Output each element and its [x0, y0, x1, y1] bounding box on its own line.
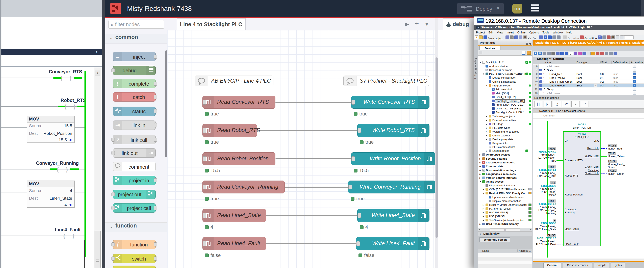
network-header[interactable]: ▼ Network 1: Line 4 Stacklight Control — [533, 108, 644, 113]
go-online-plug-icon[interactable]: ⌁ — [563, 35, 567, 39]
tree-item[interactable]: ▶PC internal [Local] — [478, 207, 532, 211]
node-input-port[interactable] — [348, 185, 352, 189]
folder-sync-icon[interactable] — [527, 51, 531, 55]
tag-toolbar-icon-11[interactable] — [582, 52, 586, 55]
node-output-port[interactable] — [203, 100, 206, 105]
palette-node-link call[interactable]: ↗link call — [113, 135, 156, 144]
accessible-checkbox[interactable] — [633, 65, 636, 68]
tree-expander-icon[interactable]: ▶ — [486, 135, 487, 137]
breadcrumb-item[interactable]: Stacklight_PLC — [535, 41, 556, 44]
tree-expander-icon[interactable]: ▶ — [483, 212, 484, 214]
tree-expander-icon[interactable]: ▶ — [483, 208, 484, 210]
palette-search-input[interactable]: ⌕filter nodes — [108, 20, 164, 29]
lad-instruction-button-4[interactable]: → — [572, 101, 580, 107]
node-output-port[interactable] — [154, 138, 157, 142]
palette-node-project in[interactable]: project in — [113, 176, 156, 185]
tree-item[interactable]: ▶Security settings — [478, 157, 532, 161]
menu-tools[interactable]: Tools — [542, 30, 549, 35]
node-output-port[interactable] — [203, 241, 206, 246]
tree-expander-icon[interactable]: ▶ — [486, 127, 487, 129]
window-icon[interactable] — [602, 35, 606, 39]
split-vertical-icon[interactable] — [620, 35, 624, 39]
tag-toolbar-icon-5[interactable]: ≡ — [556, 52, 560, 55]
tree-expander-icon[interactable]: ▶ — [483, 204, 484, 206]
panel-collapse-icon[interactable]: ▥ ◀ — [526, 41, 531, 46]
tag-toolbar-icon-17[interactable] — [609, 52, 613, 55]
tree-item[interactable]: ▶Watch and force tables — [478, 130, 532, 134]
node-output-port[interactable] — [203, 185, 206, 189]
tree-item[interactable]: 品Devices & networks — [478, 68, 532, 72]
palette-node-comment[interactable]: comment — [113, 162, 156, 171]
chevron-down-icon[interactable]: ▼ — [496, 6, 500, 11]
lad-instruction-button-5[interactable]: ⤴ — [581, 101, 589, 107]
tree-expander-icon[interactable]: ▶ — [483, 188, 484, 190]
node-input-port[interactable] — [112, 151, 115, 155]
type-picker-button[interactable]: ≡ — [594, 84, 597, 87]
tag-toolbar-icon-15[interactable] — [600, 52, 604, 55]
tree-expander-icon[interactable]: ▶ — [483, 215, 484, 218]
node-input-port[interactable] — [358, 128, 361, 133]
tree-item[interactable]: ✚Add new device — [478, 64, 532, 68]
tree-expander-icon[interactable]: ▶ — [480, 177, 481, 179]
paste-icon[interactable] — [519, 35, 522, 39]
tree-expander-icon[interactable]: ▶ — [486, 119, 487, 121]
mov-instruction[interactable]: MOVSource4DestLine4_State4 ◄ — [26, 181, 74, 208]
list-view-icon[interactable] — [522, 51, 526, 55]
tree-item[interactable]: ▼Stacklight_PLC✓ — [478, 60, 532, 64]
palette-node-link out[interactable]: ⇥link out — [113, 148, 156, 158]
add-flow-button[interactable]: + — [415, 20, 419, 27]
download-icon[interactable]: ↓ — [544, 35, 547, 39]
flow-list-button[interactable]: ▾ — [426, 21, 428, 27]
write-node[interactable]: Write Conveyor_RTS — [351, 96, 430, 109]
chevron-down-icon[interactable]: ▼ — [535, 110, 537, 112]
lad-instruction-button-0[interactable]: ┤├ — [534, 101, 542, 107]
palette-node-complete[interactable]: !complete — [113, 79, 156, 88]
tag-row[interactable]: 13<Add new>▪ — [533, 91, 644, 95]
flow-wire[interactable] — [266, 215, 357, 216]
menu-insert[interactable]: Insert — [507, 30, 514, 35]
tree-item[interactable]: Device configuration — [478, 76, 532, 80]
go-offline-label[interactable]: Go offline — [584, 37, 597, 40]
flow-wire[interactable] — [266, 243, 356, 244]
tree-item[interactable]: ?Update accessible devices — [478, 195, 532, 199]
tree-item[interactable]: ▶✕Cross-device functions — [478, 161, 532, 164]
menu-view[interactable]: View — [497, 30, 503, 35]
tree-item[interactable]: Main [OB1] — [478, 91, 532, 95]
column-header-offset[interactable]: Offset — [599, 61, 612, 64]
tree-item[interactable]: ▶Ungrouped devices — [478, 153, 532, 157]
new-project-icon[interactable]: ★ — [475, 35, 478, 39]
lad-instruction-button-2[interactable]: ( ) — [553, 101, 561, 107]
menu-window[interactable]: Window — [553, 30, 563, 35]
split-horizontal-icon[interactable] — [616, 35, 620, 39]
flow-wire[interactable] — [285, 187, 348, 188]
palette-section-header-function[interactable]: ⌄function — [105, 223, 167, 232]
add-new-placeholder[interactable]: <Add new> — [547, 65, 560, 68]
ladder-collapsed-panel-bar[interactable]: ▼ — [2, 49, 102, 55]
read-node[interactable]: Read Line4_State — [202, 209, 266, 222]
flow-tab[interactable]: Line 4 to Stacklight PLC — [177, 18, 246, 30]
deploy-button[interactable]: Deploy ▼ — [457, 3, 504, 14]
tree-item[interactable]: ▶PLCSIM [PN/IE]✕ — [478, 211, 532, 214]
flow-canvas[interactable]: AB EIP/CIP - Line 4 PLCS7 Profinet - Sta… — [167, 30, 435, 268]
main-menu-button[interactable] — [531, 4, 539, 12]
inspector-tab-syntax[interactable]: Syntax — [611, 263, 625, 268]
open-project-icon[interactable] — [479, 35, 483, 39]
tag-toolbar-icon-12[interactable] — [587, 52, 590, 55]
tree-expander-icon[interactable]: ▼ — [480, 61, 481, 63]
tag-row[interactable]: 8▪Line4_RedBool0.0false✓ — [533, 72, 644, 76]
tree-item[interactable]: ▶▤Documentation settings — [478, 168, 532, 172]
read-node[interactable]: Read Conveyor_RTS — [202, 96, 276, 109]
node-input-port[interactable] — [352, 100, 355, 105]
network-comment-input[interactable]: Comment — [533, 113, 644, 118]
ladder-scrollbar-thumb[interactable] — [94, 231, 100, 268]
tree-expander-icon[interactable]: ▶ — [480, 154, 481, 156]
tree-item[interactable]: Line4_PLC_DB [DB2] — [478, 107, 532, 110]
tree-item[interactable]: ▶USB [S7USB] — [478, 214, 532, 218]
tag-toolbar-icon-0[interactable]: ★ — [534, 52, 537, 55]
tree-item[interactable]: ▶Device proxy data — [478, 137, 532, 141]
go-offline-plug-icon[interactable]: ⌁ — [580, 35, 584, 39]
menu-help[interactable]: Help — [566, 30, 572, 35]
save-project-label[interactable]: Save project — [488, 37, 502, 40]
lad-instruction-button-3[interactable]: ?? — [562, 101, 570, 107]
tree-expander-icon[interactable]: ▼ — [483, 73, 484, 75]
